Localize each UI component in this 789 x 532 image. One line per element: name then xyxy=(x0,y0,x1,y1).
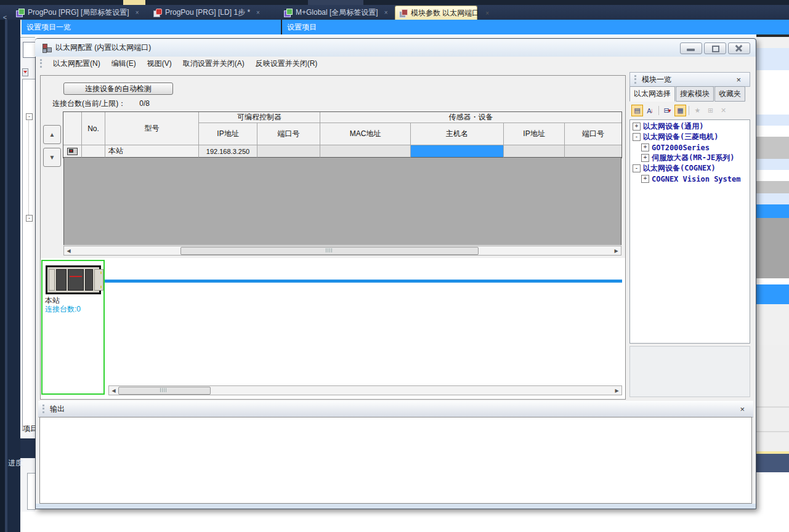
tab-close-icon[interactable]: × xyxy=(256,9,260,16)
cell-model[interactable]: 本站 xyxy=(105,145,199,158)
scroll-left-icon[interactable]: ◀ xyxy=(109,387,118,395)
cell-no[interactable] xyxy=(82,145,105,158)
tab-search-module[interactable]: 搜索模块 xyxy=(676,86,714,102)
dialog-title: 以太网配置 (内置以太网端口) xyxy=(55,42,151,53)
output-panel-body xyxy=(39,417,752,504)
ld-program-icon xyxy=(153,9,161,17)
tree-item-label[interactable]: 伺服放大器(MR-JE系列) xyxy=(652,153,735,163)
navigation-search-input[interactable] xyxy=(23,42,36,58)
tree-item-label[interactable]: COGNEX Vision System xyxy=(652,175,741,183)
minimize-button[interactable] xyxy=(680,42,702,54)
tree-expand-icon[interactable]: + xyxy=(641,154,649,162)
tab-label: M+Global [全局标签设置] xyxy=(296,7,378,18)
global-label-icon xyxy=(284,9,292,17)
restore-button[interactable] xyxy=(704,42,726,54)
tree-item[interactable]: - 以太网设备(COGNEX) xyxy=(630,163,750,174)
dialog-bottom-frame xyxy=(36,504,756,509)
tab-mglobal-labels[interactable]: M+Global [全局标签设置] × xyxy=(280,5,392,20)
tree-collapse-icon[interactable]: - xyxy=(633,133,641,141)
output-panel-header[interactable]: 输出 × xyxy=(38,401,753,417)
plc-right-panel xyxy=(94,269,103,291)
cell-plc-ip[interactable]: 192.168.3.250 xyxy=(199,145,257,158)
row-selector-cell[interactable] xyxy=(63,145,82,158)
tab-favorites[interactable]: 收藏夹 xyxy=(714,86,745,102)
tab-close-icon[interactable]: × xyxy=(485,10,489,17)
plc-module-image[interactable] xyxy=(46,265,101,294)
menu-edit[interactable]: 编辑(E) xyxy=(106,58,142,69)
docked-panel-strips xyxy=(0,20,20,532)
add-favorite-icon[interactable]: ⊞ xyxy=(705,105,716,116)
dialog-title-bar[interactable]: 以太网配置 (内置以太网端口) xyxy=(35,39,755,57)
menu-view[interactable]: 视图(V) xyxy=(142,58,177,69)
tree-item[interactable]: + 以太网设备(通用) xyxy=(630,121,750,132)
scroll-right-icon[interactable]: ▶ xyxy=(612,387,621,395)
tree-expand-icon[interactable]: + xyxy=(633,123,641,131)
cell-device-port[interactable] xyxy=(565,145,621,158)
tree-item-label[interactable]: 以太网设备(通用) xyxy=(643,121,703,132)
tree-item[interactable]: + 伺服放大器(MR-JE系列) xyxy=(630,153,750,163)
tree-expand-icon[interactable]: + xyxy=(641,143,649,151)
header-device-port: 端口号 xyxy=(565,123,621,145)
table-horizontal-scrollbar[interactable]: ◀ ▶ xyxy=(63,246,621,256)
project-list-tab[interactable]: 项目一 xyxy=(23,424,35,435)
tab-close-icon[interactable]: × xyxy=(136,9,139,16)
menu-apply-and-close[interactable]: 反映设置并关闭(R) xyxy=(250,58,323,69)
panel-grip[interactable] xyxy=(42,405,46,413)
favorite-star-icon[interactable]: ★ xyxy=(692,105,703,116)
module-list-close-icon[interactable]: × xyxy=(736,75,741,84)
collapse-tree-icon[interactable] xyxy=(22,68,28,76)
cell-host-name-selected[interactable] xyxy=(411,145,504,158)
device-area-horizontal-scrollbar[interactable]: ◀ ▶ xyxy=(108,385,622,395)
menu-cancel-and-close[interactable]: 取消设置并关闭(A) xyxy=(177,58,250,69)
tab-module-parameter-ethernet[interactable]: 模块参数 以太网端口 × xyxy=(395,6,477,20)
menu-ethernet-config[interactable]: 以太网配置(N) xyxy=(47,58,106,69)
output-panel-title: 输出 xyxy=(50,404,65,414)
tree-collapse-icon[interactable]: - xyxy=(26,215,33,222)
tree-collapse-icon[interactable]: - xyxy=(633,164,641,172)
scroll-right-icon[interactable]: ▶ xyxy=(612,247,621,255)
tree-item[interactable]: + GOT2000Series xyxy=(630,142,750,153)
scrollbar-grip xyxy=(326,248,332,252)
connection-count: 连接台数(当前/上限)：0/8 xyxy=(52,99,150,109)
progress-panel-body xyxy=(27,473,36,510)
cell-plc-port[interactable] xyxy=(257,145,320,158)
connection-count-label: 连接台数(当前/上限)： xyxy=(52,99,126,108)
tree-item-label[interactable]: 以太网设备(COGNEX) xyxy=(643,163,716,174)
list-display-icon[interactable]: ▤ xyxy=(631,105,643,116)
tab-label: ProgPou [PRG] [局部标签设置] xyxy=(28,7,129,18)
scroll-left-icon[interactable]: ◀ xyxy=(64,247,73,255)
tree-item-label[interactable]: GOT2000Series xyxy=(652,143,710,152)
module-list-panel-header[interactable]: 模块一览 × xyxy=(629,72,750,87)
delete-favorite-icon[interactable]: ✕ xyxy=(718,105,729,116)
output-close-icon[interactable]: × xyxy=(740,405,745,414)
sort-az-icon[interactable]: A↓ xyxy=(644,105,656,116)
label-setting-icon xyxy=(16,9,24,17)
move-row-up-button[interactable]: ▲ xyxy=(43,125,61,144)
header-row-selector xyxy=(63,112,82,145)
tree-item[interactable]: - 以太网设备(三菱电机) xyxy=(630,132,750,142)
close-button[interactable] xyxy=(728,42,750,54)
cell-mac-address[interactable] xyxy=(320,145,411,158)
tab-ethernet-selection[interactable]: 以太网选择 xyxy=(629,86,675,102)
group-display-icon[interactable]: ▦ xyxy=(674,105,686,116)
tab-close-icon[interactable]: × xyxy=(384,9,388,16)
tree-item-label[interactable]: 以太网设备(三菱电机) xyxy=(643,132,718,142)
menu-grip[interactable] xyxy=(40,59,44,68)
background-settings-grid xyxy=(756,34,789,532)
toolbar-fragment xyxy=(123,0,145,5)
tree-collapse-icon[interactable]: - xyxy=(26,113,33,120)
panel-grip[interactable] xyxy=(634,75,638,84)
tree-item[interactable]: + COGNEX Vision System xyxy=(630,174,750,184)
row-selector-icon xyxy=(67,148,78,155)
filter-tree-icon[interactable]: ⊟▾ xyxy=(662,105,673,116)
header-mac-address: MAC地址 xyxy=(320,123,411,145)
tree-expand-icon[interactable]: + xyxy=(641,175,649,183)
navigation-tree[interactable]: - - xyxy=(22,79,36,431)
module-list-title: 模块一览 xyxy=(642,75,671,85)
tab-progpou-ld[interactable]: ProgPou [PRG] [LD] 1步 * × xyxy=(150,5,273,20)
auto-detect-button[interactable]: 连接设备的自动检测 xyxy=(63,83,173,95)
tab-progpou-local-labels[interactable]: ProgPou [PRG] [局部标签设置] × xyxy=(12,5,147,20)
move-row-down-button[interactable]: ▼ xyxy=(43,148,61,167)
scrollbar-grip xyxy=(160,388,166,392)
cell-device-ip[interactable] xyxy=(504,145,565,158)
